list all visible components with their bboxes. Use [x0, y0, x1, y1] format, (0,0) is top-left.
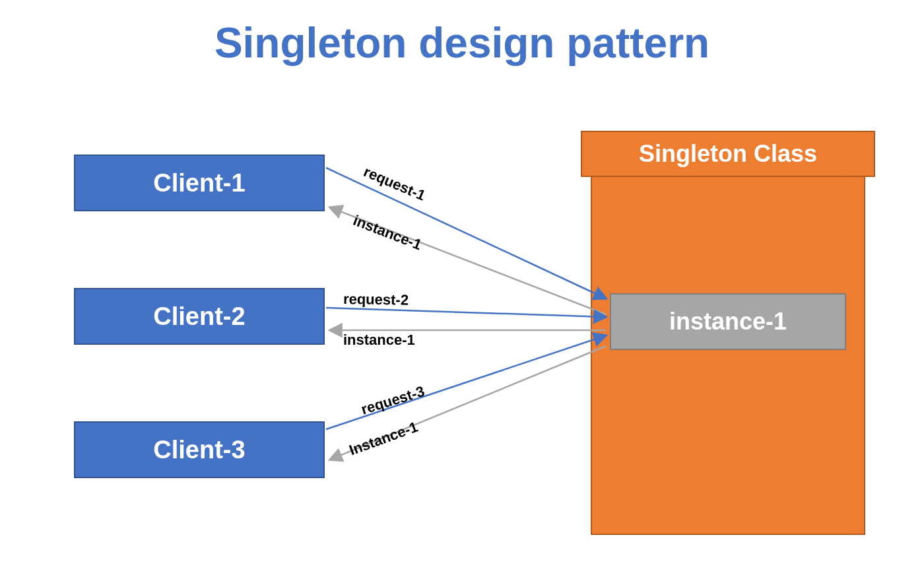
- label-c2-request: request-2: [343, 291, 409, 309]
- instance-box: instance-1: [610, 293, 846, 350]
- label-c3-request: request-3: [359, 383, 426, 419]
- label-c1-request: request-1: [361, 163, 428, 205]
- instance-label: instance-1: [669, 308, 787, 335]
- diagram-title: Singleton design pattern: [0, 18, 924, 67]
- client-3-label: Client-3: [153, 436, 245, 464]
- client-1-box: Client-1: [74, 155, 325, 211]
- singleton-header-label: Singleton Class: [639, 140, 817, 168]
- client-2-box: Client-2: [74, 288, 325, 345]
- singleton-header: Singleton Class: [581, 131, 875, 177]
- label-c3-response: Instance-1: [347, 419, 420, 460]
- client-3-box: Client-3: [74, 421, 325, 478]
- label-c2-response: instance-1: [343, 332, 415, 349]
- arrow-c2-request: [326, 308, 606, 317]
- label-c1-response: instance-1: [350, 212, 424, 254]
- client-2-label: Client-2: [153, 302, 245, 331]
- client-1-label: Client-1: [153, 169, 245, 197]
